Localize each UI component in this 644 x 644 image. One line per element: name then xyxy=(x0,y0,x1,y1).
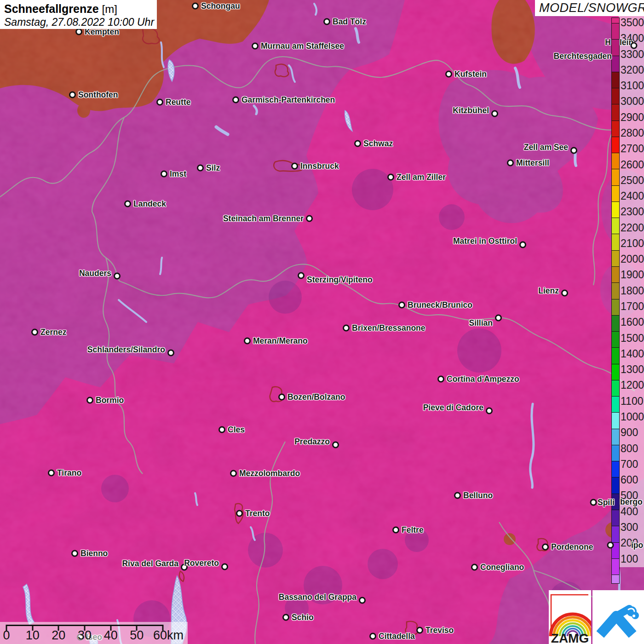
legend-color-segment xyxy=(612,18,619,23)
model-label: MODEL/SNOWGRiD xyxy=(539,1,644,15)
zamg-logo-text: ZAMG xyxy=(551,631,589,644)
legend-value: 1300 xyxy=(621,363,644,376)
title-heading: Schneefallgrenze xyxy=(4,2,99,15)
legend-color-segment xyxy=(612,234,619,250)
legend-color-segment xyxy=(612,137,619,153)
legend-value: 2200 xyxy=(621,221,644,234)
legend-color-segment xyxy=(612,380,619,397)
legend-color-segment xyxy=(612,510,619,526)
legend-value: 1200 xyxy=(621,379,644,391)
legend-color-segment xyxy=(612,186,619,202)
scalebar-label: 30 xyxy=(78,628,92,643)
legend-color-segment xyxy=(612,461,619,477)
legend-color-segment xyxy=(612,429,619,445)
legend-value: 1500 xyxy=(621,332,644,344)
legend-value: 1600 xyxy=(621,316,644,328)
scalebar-label: 60km xyxy=(153,628,184,643)
city-dot xyxy=(631,42,638,49)
legend-value: 3000 xyxy=(621,95,644,108)
partial-city-label: H xyxy=(605,38,611,47)
legend-color-segment xyxy=(612,104,619,121)
legend-color-segment xyxy=(612,364,619,380)
legend-value: 2900 xyxy=(621,111,644,123)
map-canvas xyxy=(0,0,644,644)
legend-color-segment xyxy=(612,575,619,583)
scalebar-label: 50 xyxy=(130,628,144,643)
legend-value: 1100 xyxy=(621,395,643,407)
legend-value: 3300 xyxy=(621,48,644,60)
legend-color-segment xyxy=(612,267,619,283)
legend-color-segment xyxy=(612,445,619,461)
legend-color-segment xyxy=(612,316,619,332)
title-unit: [m] xyxy=(102,3,117,15)
legend-color-segment xyxy=(612,88,619,104)
legend-value: 1800 xyxy=(621,284,644,297)
title-box: Schneefallgrenze [m] Samstag, 27.08.2022… xyxy=(0,0,157,29)
legend-value: 1000 xyxy=(621,411,644,423)
legend-color-segment xyxy=(612,40,619,56)
legend-color-segment xyxy=(612,299,619,316)
legend-value: 1900 xyxy=(621,269,644,281)
map-scalebar: 0102030405060km xyxy=(0,622,188,644)
legend-value: 3100 xyxy=(621,80,644,92)
legend-value: 300 xyxy=(621,521,638,533)
legend-color-segment xyxy=(612,72,619,88)
legend-value: 2700 xyxy=(621,143,644,155)
legend-value: 400 xyxy=(621,505,638,518)
legend-color-segment xyxy=(612,56,619,72)
title-datetime: Samstag, 27.08.2022 10:00 Uhr xyxy=(4,16,157,29)
scalebar-label: 10 xyxy=(26,628,40,643)
legend-color-segment xyxy=(612,23,619,40)
page-title: Schneefallgrenze [m] xyxy=(4,2,157,16)
city-dot xyxy=(607,542,614,549)
legend-value: 900 xyxy=(621,426,638,439)
scalebar-label: 20 xyxy=(52,628,65,643)
partial-city-label: bergo xyxy=(620,497,643,507)
legend-color-segment xyxy=(612,397,619,413)
legend-color-segment xyxy=(612,169,619,185)
legend-value: 800 xyxy=(621,442,638,454)
legend-color-segment xyxy=(612,348,619,364)
terrain-grain xyxy=(0,0,644,644)
legend-value: 2400 xyxy=(621,190,644,202)
legend-value: 2100 xyxy=(621,237,644,249)
legend-value: 600 xyxy=(621,474,638,486)
scalebar-label: 0 xyxy=(3,628,10,643)
legend-color-segment xyxy=(612,413,619,429)
legend-value: 2600 xyxy=(621,158,644,171)
legend-value: 2000 xyxy=(621,253,644,265)
scalebar-label: 40 xyxy=(104,628,118,643)
legend-color-segment xyxy=(612,218,619,234)
snowgrid-logo xyxy=(592,590,644,644)
legend-value: 2500 xyxy=(621,174,644,186)
legend-color-segment xyxy=(612,251,619,267)
legend-color-segment xyxy=(612,477,619,494)
legend-value: 100 xyxy=(621,552,638,565)
snowgrid-map-product: SchongauBad TölzMurnau am StaffelseeKemp… xyxy=(0,0,644,644)
legend-value: 1700 xyxy=(621,300,644,313)
legend-value: 1400 xyxy=(621,347,644,360)
legend-color-segment xyxy=(612,153,619,169)
legend-value: 700 xyxy=(621,458,638,470)
legend-color-segment xyxy=(612,121,619,137)
legend-color-segment xyxy=(612,283,619,299)
legend-value: 3500 xyxy=(621,17,644,29)
legend-color-segment xyxy=(612,559,619,575)
legend-value: 2800 xyxy=(621,126,644,139)
partial-city-label: Spili xyxy=(598,498,615,507)
partial-city-label: Berchtesgaden xyxy=(554,52,612,61)
legend-color-segment xyxy=(612,526,619,542)
city-dot xyxy=(590,499,597,506)
legend-color-segment xyxy=(612,202,619,218)
legend-color-segment xyxy=(612,332,619,348)
zamg-logo: ZAMG xyxy=(549,590,591,644)
partial-city-label: ipo xyxy=(631,540,643,550)
legend-value: 3200 xyxy=(621,63,644,76)
model-box: MODEL/SNOWGRiD xyxy=(535,0,644,16)
legend-value: 2300 xyxy=(621,206,644,218)
